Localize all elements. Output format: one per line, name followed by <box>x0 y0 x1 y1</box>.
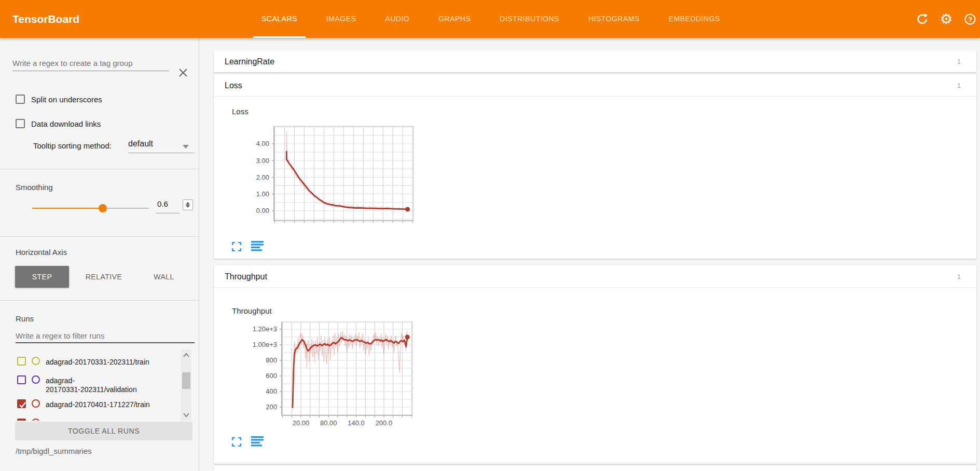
axis-wall-button[interactable]: WALL <box>137 266 191 288</box>
divider <box>0 300 199 301</box>
split-underscores-label: Split on underscores <box>31 95 102 104</box>
section-title: LearningRate <box>225 50 274 73</box>
run-label: adagrad-20170331-202311/validation <box>46 375 137 394</box>
axis-step-button[interactable]: STEP <box>15 266 69 288</box>
horizontal-axis-label: Horizontal Axis <box>16 248 67 257</box>
tab-graphs[interactable]: GRAPHS <box>430 0 479 38</box>
smoothing-value-input[interactable] <box>157 199 179 208</box>
section-title: Throughput <box>225 265 267 288</box>
smoothing-slider-knob[interactable] <box>99 204 107 212</box>
run-color-circle <box>32 375 40 384</box>
nav-tabs: SCALARS IMAGES AUDIO GRAPHS DISTRIBUTION… <box>253 0 728 38</box>
tab-histograms[interactable]: HISTOGRAMS <box>580 0 648 38</box>
section-count-badge: 1 <box>957 265 961 288</box>
run-list: adagrad-20170331-202311/train adagrad-20… <box>0 349 199 421</box>
throughput-chart[interactable]: 2004006008001.00e+31.20e+320.0080.00140.… <box>236 318 423 429</box>
chevron-down-icon[interactable] <box>183 145 189 149</box>
smoothing-stepper[interactable] <box>183 199 193 210</box>
run-row[interactable]: adagrad-20170331-202311/validation <box>17 375 137 394</box>
smoothing-value-underline <box>156 213 180 213</box>
run-list-scrollbar[interactable] <box>181 349 191 421</box>
svg-text:3.00: 3.00 <box>256 157 269 165</box>
header-actions: ⚙ ? <box>916 0 976 38</box>
section-card-partial <box>214 466 976 471</box>
run-filter-input[interactable] <box>16 329 195 343</box>
toggle-all-runs-button[interactable]: TOGGLE ALL RUNS <box>15 422 192 440</box>
svg-text:200: 200 <box>266 403 277 411</box>
run-row-clipped[interactable]: adagrad-20170401-171227/validation <box>17 419 167 421</box>
data-download-row: Data download links <box>16 118 101 129</box>
chart-title-throughput: Throughput <box>232 306 272 315</box>
tensorboard-app: TensorBoard SCALARS IMAGES AUDIO GRAPHS … <box>0 0 980 471</box>
tooltip-sorting-label: Tooltip sorting method: <box>33 141 112 150</box>
section-count-badge: 1 <box>957 74 961 97</box>
svg-text:20.00: 20.00 <box>293 419 310 427</box>
svg-text:2.00: 2.00 <box>256 173 269 181</box>
slider-track-filled[interactable] <box>32 208 102 209</box>
tab-scalars[interactable]: SCALARS <box>253 0 306 38</box>
stepper-down-icon[interactable] <box>186 205 190 208</box>
smoothing-label: Smoothing <box>16 183 53 192</box>
svg-text:1.00: 1.00 <box>256 190 269 198</box>
divider <box>0 169 199 169</box>
tab-audio[interactable]: AUDIO <box>377 0 418 38</box>
split-underscores-row: Split on underscores <box>16 94 102 104</box>
help-icon[interactable]: ? <box>964 13 976 25</box>
run-label: adagrad-20170331-202311/train <box>46 357 149 367</box>
run-checkbox-checked[interactable] <box>17 399 26 408</box>
svg-text:600: 600 <box>266 372 277 380</box>
run-row[interactable]: adagrad-20170401-171227/train <box>17 399 150 409</box>
app-header: TensorBoard SCALARS IMAGES AUDIO GRAPHS … <box>0 0 980 38</box>
run-color-circle <box>32 357 40 365</box>
run-color-circle <box>32 419 40 421</box>
run-checkbox-checked[interactable] <box>17 419 26 421</box>
stepper-up-icon[interactable] <box>186 202 190 205</box>
svg-text:800: 800 <box>266 356 277 364</box>
loss-chart[interactable]: 0.001.002.003.004.00 <box>233 122 420 228</box>
tooltip-sorting-select[interactable]: default <box>128 139 153 149</box>
run-label: adagrad-20170401-171227/validation <box>46 419 167 421</box>
fullscreen-icon[interactable] <box>232 242 241 253</box>
section-header-learningrate[interactable]: LearningRate 1 <box>214 50 976 73</box>
run-color-circle <box>32 399 40 408</box>
tab-images[interactable]: IMAGES <box>318 0 364 38</box>
split-underscores-checkbox[interactable] <box>16 95 25 104</box>
app-logo: TensorBoard <box>12 0 79 38</box>
slider-track-empty[interactable] <box>102 208 149 209</box>
run-selector-icon[interactable] <box>251 241 264 253</box>
scrollbar-thumb[interactable] <box>182 372 190 389</box>
fullscreen-icon[interactable] <box>232 437 241 449</box>
refresh-icon[interactable] <box>916 13 929 25</box>
axis-relative-button[interactable]: RELATIVE <box>77 266 131 288</box>
svg-text:1.00e+3: 1.00e+3 <box>253 341 277 348</box>
tab-embeddings[interactable]: EMBEDDINGS <box>660 0 728 38</box>
logdir-path: /tmp/bigdl_summaries <box>16 447 92 455</box>
svg-text:0.00: 0.00 <box>256 207 269 214</box>
close-icon[interactable] <box>177 67 189 78</box>
settings-gear-icon[interactable]: ⚙ <box>940 13 953 25</box>
svg-text:140.0: 140.0 <box>348 419 365 427</box>
data-download-label: Data download links <box>31 119 101 128</box>
dropdown-underline <box>128 153 195 153</box>
run-selector-icon[interactable] <box>251 436 264 449</box>
divider <box>0 236 199 237</box>
sidebar: Split on underscores Data download links… <box>0 38 199 471</box>
section-title: Loss <box>225 74 242 97</box>
svg-text:80.00: 80.00 <box>320 419 337 427</box>
svg-text:1.20e+3: 1.20e+3 <box>253 325 277 333</box>
svg-text:4.00: 4.00 <box>256 140 269 147</box>
runs-label: Runs <box>16 314 34 323</box>
tag-regex-input[interactable] <box>12 56 169 71</box>
run-checkbox[interactable] <box>17 357 26 366</box>
chart-title-loss: Loss <box>232 107 249 116</box>
section-header-throughput[interactable]: Throughput 1 <box>214 265 976 288</box>
svg-text:?: ? <box>968 15 972 23</box>
run-checkbox[interactable] <box>17 375 26 384</box>
tab-distributions[interactable]: DISTRIBUTIONS <box>491 0 568 38</box>
data-download-checkbox[interactable] <box>16 119 25 128</box>
section-card-learningrate: LearningRate 1 <box>214 50 976 72</box>
section-header-loss[interactable]: Loss 1 <box>214 74 976 97</box>
run-row[interactable]: adagrad-20170331-202311/train <box>17 357 149 367</box>
svg-text:400: 400 <box>266 387 277 395</box>
section-count-badge: 1 <box>957 50 961 73</box>
